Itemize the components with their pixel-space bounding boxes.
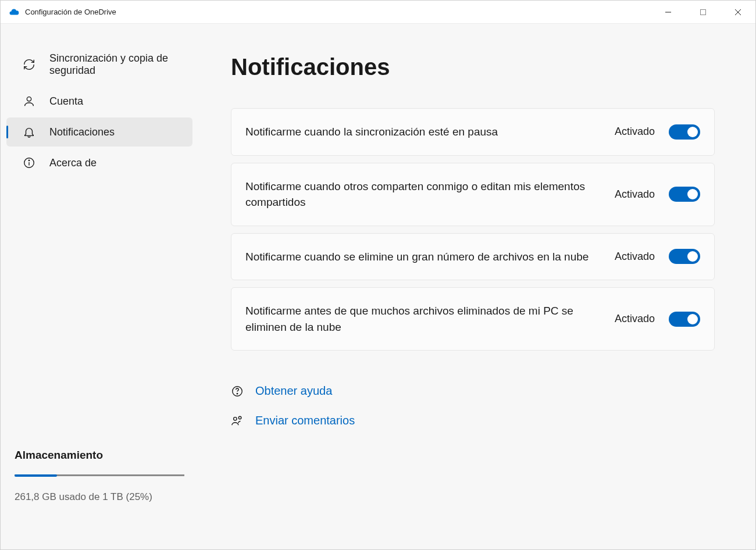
help-links: Obtener ayuda Enviar comentarios xyxy=(231,384,715,427)
feedback-icon xyxy=(231,415,244,427)
toggle-thumb xyxy=(687,314,698,324)
svg-point-9 xyxy=(237,393,237,394)
setting-label: Notificarme cuando se elimine un gran nú… xyxy=(245,249,601,265)
setting-label: Notificarme cuando la sincronización est… xyxy=(245,124,601,140)
content-area: Sincronización y copia de seguridad Cuen… xyxy=(1,24,755,549)
toggle-state: Activado xyxy=(615,313,655,325)
setting-sync-paused: Notificarme cuando la sincronización est… xyxy=(231,108,715,156)
toggle-sharing[interactable] xyxy=(669,187,700,202)
toggle-state: Activado xyxy=(615,251,655,263)
bell-icon xyxy=(23,126,35,138)
svg-point-7 xyxy=(28,160,29,160)
minimize-button[interactable] xyxy=(651,1,686,24)
nav-item-sync[interactable]: Sincronización y copia de seguridad xyxy=(6,44,192,85)
svg-point-10 xyxy=(234,417,237,420)
storage-bar xyxy=(15,474,184,476)
window-title: Configuración de OneDrive xyxy=(25,8,116,16)
setting-sharing: Notificarme cuando otros comparten conmi… xyxy=(231,163,715,226)
get-help-text: Obtener ayuda xyxy=(255,384,332,398)
page-title: Notificaciones xyxy=(231,54,715,80)
storage-bar-fill xyxy=(15,474,57,477)
sidebar: Sincronización y copia de seguridad Cuen… xyxy=(1,24,198,549)
toggle-state: Activado xyxy=(615,188,655,201)
storage-section: Almacenamiento 261,8 GB usado de 1 TB (2… xyxy=(1,449,198,549)
nav-item-notifications[interactable]: Notificaciones xyxy=(6,117,192,147)
window: Configuración de OneDrive Sincronización… xyxy=(0,0,756,550)
feedback-text: Enviar comentarios xyxy=(255,414,355,427)
nav-item-account[interactable]: Cuenta xyxy=(6,87,192,116)
get-help-link[interactable]: Obtener ayuda xyxy=(231,384,715,398)
nav-label: Notificaciones xyxy=(49,126,115,138)
nav-label: Cuenta xyxy=(49,95,83,108)
setting-pc-delete: Notificarme antes de que muchos archivos… xyxy=(231,287,715,351)
close-button[interactable] xyxy=(721,1,755,24)
setting-label: Notificarme cuando otros comparten conmi… xyxy=(245,178,601,210)
toggle-cloud-delete[interactable] xyxy=(669,249,700,264)
toggle-sync-paused[interactable] xyxy=(669,124,700,140)
nav-list: Sincronización y copia de seguridad Cuen… xyxy=(1,42,198,179)
setting-label: Notificarme antes de que muchos archivos… xyxy=(245,303,601,335)
feedback-link[interactable]: Enviar comentarios xyxy=(231,414,715,427)
toggle-pc-delete[interactable] xyxy=(669,312,700,327)
account-icon xyxy=(23,95,35,108)
toggle-thumb xyxy=(687,127,698,137)
svg-rect-1 xyxy=(701,9,706,15)
cloud-icon xyxy=(9,7,19,17)
nav-label: Acerca de xyxy=(49,157,97,169)
maximize-button[interactable] xyxy=(686,1,721,24)
toggle-thumb xyxy=(687,189,698,199)
window-controls xyxy=(651,1,755,24)
storage-text: 261,8 GB usado de 1 TB (25%) xyxy=(15,491,184,503)
nav-item-about[interactable]: Acerca de xyxy=(6,148,192,177)
help-icon xyxy=(231,385,244,398)
setting-cloud-delete: Notificarme cuando se elimine un gran nú… xyxy=(231,233,715,281)
main-content: Notificaciones Notificarme cuando la sin… xyxy=(198,24,755,549)
toggle-thumb xyxy=(687,251,698,262)
storage-title: Almacenamiento xyxy=(15,449,184,462)
titlebar: Configuración de OneDrive xyxy=(1,1,755,24)
svg-point-4 xyxy=(27,97,31,101)
sync-icon xyxy=(23,58,35,71)
info-icon xyxy=(23,156,35,169)
svg-point-11 xyxy=(238,416,241,419)
toggle-state: Activado xyxy=(615,126,655,138)
nav-label: Sincronización y copia de seguridad xyxy=(49,52,182,77)
